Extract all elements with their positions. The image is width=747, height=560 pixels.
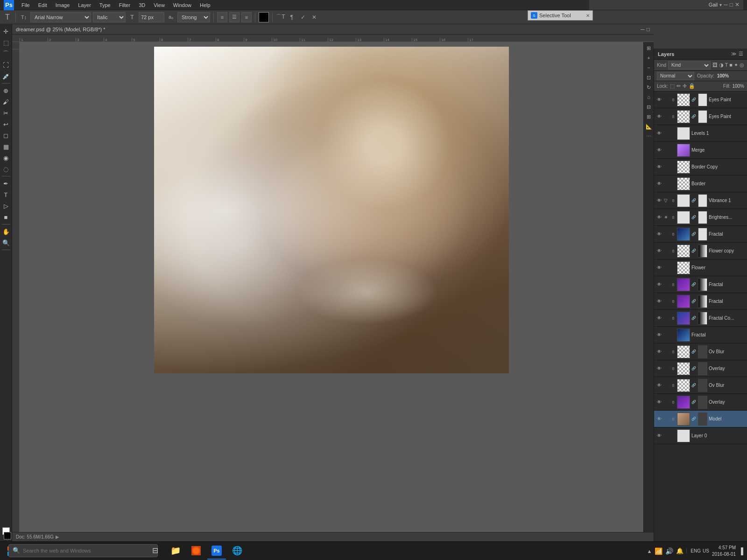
layer-visibility-toggle[interactable]: 👁	[656, 433, 662, 438]
layer-visibility-toggle[interactable]: 👁	[656, 164, 662, 169]
pen-tool[interactable]: ✒	[1, 178, 11, 189]
layer-visibility-toggle[interactable]: 👁	[656, 248, 662, 253]
layer-visibility-toggle[interactable]: 👁	[656, 299, 662, 304]
layer-row[interactable]: 👁8🔗Ov Blur	[654, 343, 747, 360]
selection-tool[interactable]: ⬚	[1, 37, 11, 48]
layer-visibility-toggle[interactable]: 👁	[656, 131, 662, 136]
layer-row[interactable]: 👁Levels 1	[654, 125, 747, 142]
menu-image[interactable]: Image	[52, 1, 74, 9]
menu-filter[interactable]: Filter	[115, 1, 134, 9]
layer-mask-link-icon[interactable]: 🔗	[691, 366, 696, 371]
path-select-tool[interactable]: ▷	[1, 201, 11, 211]
layer-visibility-toggle[interactable]: 👁	[656, 399, 662, 405]
menu-file[interactable]: File	[18, 1, 34, 9]
eyedropper-tool[interactable]: 💉	[1, 71, 11, 81]
layer-row[interactable]: 👁8🔗Overlay	[654, 394, 747, 411]
layer-visibility-toggle[interactable]: 👁	[656, 147, 662, 153]
cancel-icon[interactable]: ✕	[310, 13, 319, 22]
shape-filter-icon[interactable]: ■	[729, 62, 733, 68]
layer-row[interactable]: 👁Layer 0	[654, 427, 747, 444]
align-center-btn[interactable]: ☰	[229, 12, 240, 22]
layer-row[interactable]: 👁8🔗Fractal Co...	[654, 310, 747, 327]
blend-mode-select[interactable]: Normal	[657, 72, 694, 80]
rotate-btn[interactable]: ↻	[645, 83, 653, 91]
canvas-inner[interactable]	[20, 42, 643, 532]
layer-mask-link-icon[interactable]: 🔗	[691, 249, 696, 253]
align-left-btn[interactable]: ≡	[217, 12, 227, 22]
brush-tool[interactable]: 🖌	[1, 97, 11, 107]
layer-row[interactable]: 👁Fractal	[654, 327, 747, 343]
layer-row[interactable]: 👁8🔗Ov Blur	[654, 377, 747, 394]
font-size-input[interactable]	[139, 12, 164, 22]
layer-visibility-toggle[interactable]: 👁	[656, 332, 662, 337]
menu-edit[interactable]: Edit	[35, 1, 51, 9]
layer-link-icon[interactable]: 8	[671, 417, 676, 421]
layer-row[interactable]: 👁8🔗Eyes Paint	[654, 108, 747, 125]
blur-tool[interactable]: ◉	[1, 153, 11, 163]
layer-link-icon[interactable]: 8	[671, 215, 676, 220]
layer-visibility-toggle[interactable]: 👁	[656, 416, 662, 421]
layer-visibility-toggle[interactable]: 👁	[656, 215, 662, 220]
layer-row[interactable]: 👁Border Copy	[654, 159, 747, 175]
notification-icon[interactable]: 🔔	[676, 547, 684, 554]
layer-visibility-toggle[interactable]: 👁	[656, 198, 662, 203]
filter-toggle[interactable]: ◎	[740, 62, 744, 68]
layer-mask-link-icon[interactable]: 🔗	[691, 299, 696, 303]
layer-mask-link-icon[interactable]: 🔗	[691, 400, 696, 404]
layer-row[interactable]: 👁8🔗Flower copy	[654, 243, 747, 259]
layer-link-icon[interactable]: 8	[671, 383, 676, 388]
layer-mask-link-icon[interactable]: 🔗	[691, 215, 696, 219]
layer-link-icon[interactable]: 8	[671, 400, 676, 405]
layer-visibility-toggle[interactable]: 👁	[656, 265, 662, 270]
eraser-tool[interactable]: ◻	[1, 130, 11, 140]
text-color-swatch[interactable]	[259, 12, 269, 22]
type-tool-icon[interactable]: T	[3, 13, 12, 22]
show-desktop-btn[interactable]: ▐	[739, 547, 743, 555]
layer-row[interactable]: 👁8🔗Fractal	[654, 293, 747, 310]
layer-row[interactable]: 👁8🔗Model	[654, 411, 747, 427]
kind-select[interactable]: Kind	[668, 61, 711, 70]
ruler-toggle[interactable]: 📐	[645, 122, 653, 131]
menu-help[interactable]: Help	[196, 1, 214, 9]
type-tool[interactable]: T	[1, 189, 11, 200]
layers-panel-expand[interactable]: ≫	[731, 51, 737, 57]
maximize-window-btn[interactable]: □	[730, 1, 733, 8]
guides-btn[interactable]: ⊟	[645, 103, 653, 111]
layer-visibility-toggle[interactable]: 👁	[656, 383, 662, 388]
layer-link-icon[interactable]: 8	[671, 299, 676, 304]
taskbar-file-explorer[interactable]: 📁	[166, 543, 185, 560]
antialiasing-select[interactable]: Strong	[177, 12, 210, 22]
search-input[interactable]	[23, 548, 126, 553]
artboard-tool[interactable]: ⊞	[645, 44, 653, 52]
layer-link-icon[interactable]: 8	[671, 350, 676, 354]
heal-tool[interactable]: ⊕	[1, 85, 11, 96]
snap-btn[interactable]: ⌂	[645, 93, 653, 101]
layer-row[interactable]: 👁☀8🔗Brightnes...	[654, 209, 747, 226]
status-arrow[interactable]: ▶	[56, 534, 59, 539]
tray-arrow[interactable]: ▲	[647, 548, 652, 554]
layer-row[interactable]: 👁8🔗Overlay	[654, 360, 747, 377]
menu-3d[interactable]: 3D	[135, 1, 149, 9]
close-window-btn[interactable]: ✕	[735, 1, 740, 8]
lock-transparent-icon[interactable]: ⬚	[670, 83, 675, 89]
lock-image-icon[interactable]: ✏	[677, 83, 681, 89]
network-icon[interactable]: 📶	[655, 547, 662, 555]
layers-panel-menu[interactable]: ☰	[739, 51, 743, 57]
layer-link-icon[interactable]: 8	[671, 114, 676, 119]
font-style-select[interactable]: Italic	[93, 12, 126, 22]
font-family-select[interactable]: Arial Narrow	[30, 12, 91, 22]
lasso-tool[interactable]: ⌒	[1, 49, 11, 59]
layer-link-icon[interactable]: 8	[671, 366, 676, 371]
layer-link-icon[interactable]: 8	[671, 282, 676, 287]
layer-row[interactable]: 👁8🔗Eyes Paint	[654, 91, 747, 108]
text-warp-icon[interactable]: ⌒T	[276, 13, 285, 22]
layer-mask-link-icon[interactable]: 🔗	[691, 98, 696, 102]
layer-mask-link-icon[interactable]: 🔗	[691, 383, 696, 387]
layer-link-icon[interactable]: 8	[671, 316, 676, 321]
user-dropdown-arrow[interactable]: ▾	[719, 2, 722, 7]
taskbar-search[interactable]: 🔍	[22, 543, 144, 560]
taskbar-photoshop[interactable]: Ps	[207, 543, 226, 560]
history-brush[interactable]: ↩	[1, 119, 11, 129]
layer-mask-link-icon[interactable]: 🔗	[691, 417, 696, 421]
layer-mask-link-icon[interactable]: 🔗	[691, 282, 696, 287]
